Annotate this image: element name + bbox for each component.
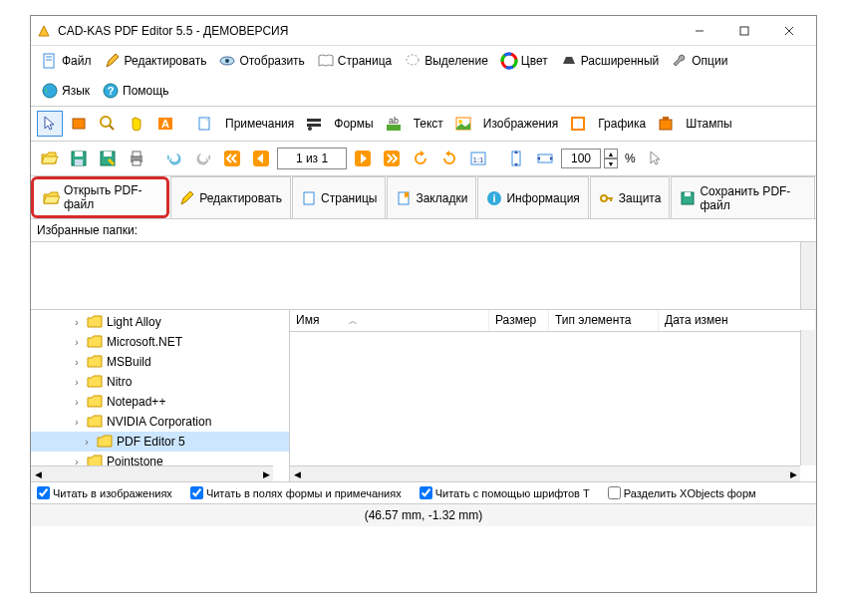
rotate-ccw-button[interactable] (408, 146, 433, 171)
tab-open-pdf[interactable]: Открыть PDF-файл (31, 176, 169, 218)
menu-view[interactable]: Отобразить (214, 50, 308, 72)
next-page-button[interactable] (350, 146, 376, 171)
hat-icon (560, 52, 578, 70)
save-as-button[interactable] (95, 146, 121, 171)
svg-rect-4 (44, 54, 54, 68)
minimize-button[interactable] (677, 17, 721, 45)
svg-line-18 (110, 126, 114, 130)
tree-scroll-h[interactable]: ◀▶ (31, 465, 273, 481)
page-input[interactable] (277, 148, 347, 169)
svg-point-52 (601, 195, 607, 201)
cursor-button[interactable] (643, 146, 669, 171)
wrench-icon (671, 52, 689, 70)
images-label[interactable]: Изображения (479, 117, 562, 131)
toolbar-nav: 1:1 ▲ ▼ % (31, 142, 816, 176)
print-button[interactable] (124, 146, 149, 171)
check-forms[interactable]: Читать в полях формы и примечаниях (190, 486, 402, 499)
menu-advanced[interactable]: Расширенный (556, 50, 664, 72)
svg-rect-31 (663, 117, 669, 121)
tree-item[interactable]: ›PDF Editor 5 (31, 432, 289, 452)
tree-item[interactable]: ›Microsoft.NET (31, 332, 289, 352)
svg-rect-46 (512, 152, 520, 165)
select-rect-tool[interactable] (66, 111, 92, 137)
note-tool[interactable] (192, 111, 218, 137)
prev-page-button[interactable] (248, 146, 274, 171)
pencil-icon (179, 190, 195, 206)
tree-item[interactable]: ›NVIDIA Corporation (31, 412, 289, 432)
folder-icon (97, 435, 113, 449)
forms-label[interactable]: Формы (330, 117, 377, 131)
menu-color[interactable]: Цвет (496, 50, 552, 72)
images-tool[interactable] (450, 111, 476, 137)
col-name[interactable]: Имя︿ (290, 310, 489, 331)
menu-page[interactable]: Страница (313, 50, 396, 72)
notes-label[interactable]: Примечания (221, 117, 298, 131)
pointer-tool[interactable] (37, 111, 63, 137)
tree-item[interactable]: ›Nitro (31, 372, 289, 392)
list-scroll-v[interactable] (800, 330, 816, 465)
first-page-button[interactable] (219, 146, 245, 171)
col-size[interactable]: Размер (489, 310, 549, 331)
folder-icon (87, 315, 103, 329)
list-scroll-h[interactable]: ◀▶ (290, 465, 800, 481)
text-tool[interactable]: A (152, 111, 178, 137)
tab-pages[interactable]: Страницы (292, 176, 386, 218)
check-images[interactable]: Читать в изображениях (37, 486, 172, 499)
graphics-label[interactable]: Графика (594, 117, 650, 131)
check-xobjects[interactable]: Разделить XObjects форм (608, 486, 756, 499)
scrollbar-vertical[interactable] (800, 242, 816, 309)
rotate-cw-button[interactable] (436, 146, 462, 171)
svg-text:i: i (493, 192, 496, 204)
folder-tree: ›Light Alloy›Microsoft.NET›MSBuild›Nitro… (31, 310, 290, 481)
menu-edit[interactable]: Редактировать (100, 50, 211, 72)
last-page-button[interactable] (379, 146, 405, 171)
col-date[interactable]: Дата измен (659, 310, 816, 331)
close-button[interactable] (766, 17, 811, 45)
tab-info[interactable]: i Информация (477, 176, 588, 218)
zoom-down-button[interactable]: ▼ (604, 158, 618, 168)
zoom-up-button[interactable]: ▲ (604, 149, 618, 158)
maximize-button[interactable] (721, 17, 766, 45)
fit-width-button[interactable] (532, 146, 558, 171)
text-label[interactable]: Текст (410, 117, 447, 131)
tab-security[interactable]: Защита (590, 176, 671, 218)
tree-item[interactable]: ›MSBuild (31, 352, 289, 372)
tab-edit[interactable]: Редактировать (170, 176, 291, 218)
undo-button[interactable] (161, 146, 187, 171)
col-type[interactable]: Тип элемента (549, 310, 659, 331)
window-title: CAD-KAS PDF Editor 5.5 - ДЕМОВЕРСИЯ (58, 24, 677, 38)
svg-rect-34 (75, 159, 83, 165)
menu-language[interactable]: Язык (37, 80, 94, 102)
forms-tool[interactable] (301, 111, 327, 137)
stamps-tool[interactable] (653, 111, 679, 137)
fit-11-button[interactable]: 1:1 (465, 146, 491, 171)
tree-item[interactable]: ›Notepad++ (31, 392, 289, 412)
app-window: CAD-KAS PDF Editor 5.5 - ДЕМОВЕРСИЯ Файл… (30, 15, 817, 593)
graphics-tool[interactable] (565, 111, 591, 137)
menu-help[interactable]: ?Помощь (98, 80, 172, 102)
tab-bookmarks[interactable]: Закладки (387, 176, 476, 218)
menu-options[interactable]: Опции (667, 50, 731, 72)
zoom-input[interactable] (561, 149, 601, 168)
svg-point-13 (43, 84, 57, 98)
tree-item-label: Microsoft.NET (107, 335, 182, 349)
check-fonts[interactable]: Читать с помощью шрифтов T (420, 486, 590, 499)
folder-icon (87, 375, 103, 389)
zoom-tool[interactable] (95, 111, 121, 137)
save-button[interactable] (66, 146, 92, 171)
svg-rect-47 (538, 154, 552, 162)
hand-tool[interactable] (124, 111, 149, 137)
redo-button[interactable] (190, 146, 216, 171)
svg-rect-48 (304, 192, 314, 204)
svg-rect-23 (307, 124, 321, 127)
stamps-label[interactable]: Штампы (682, 117, 735, 131)
statusbar: (46.57 mm, -1.32 mm) (31, 503, 816, 526)
menu-file[interactable]: Файл (37, 50, 96, 72)
open-button[interactable] (37, 146, 63, 171)
file-browser: ›Light Alloy›Microsoft.NET›MSBuild›Nitro… (31, 310, 816, 481)
menu-selection[interactable]: Выделение (400, 50, 492, 72)
tab-save-pdf[interactable]: Сохранить PDF-файл (671, 176, 815, 218)
tree-item[interactable]: ›Light Alloy (31, 312, 289, 332)
text-edit-tool[interactable]: ab (381, 111, 407, 137)
fit-height-button[interactable] (503, 146, 529, 171)
